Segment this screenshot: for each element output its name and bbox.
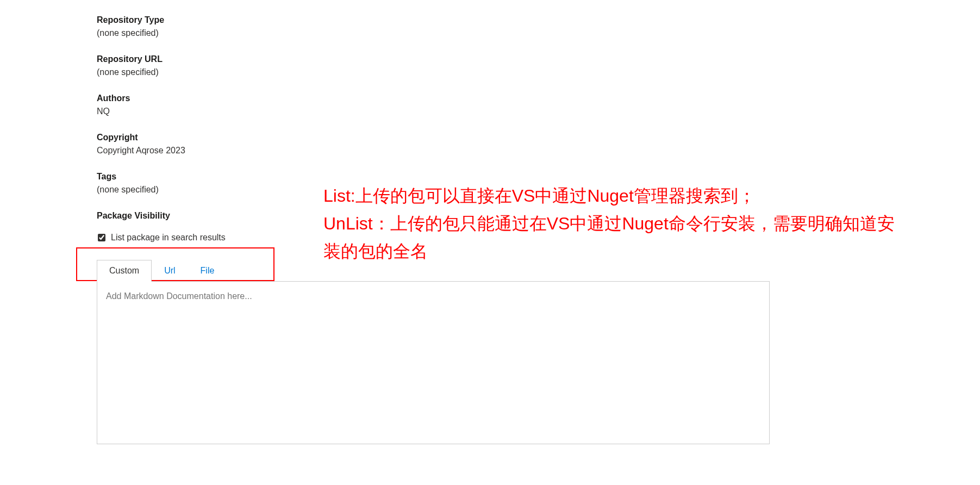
repository-url-label: Repository URL [97,54,980,64]
documentation-textarea[interactable] [97,281,770,444]
documentation-tabs: Custom Url File [97,260,980,282]
repository-type-value: (none specified) [97,28,980,38]
tab-custom[interactable]: Custom [97,260,152,282]
tags-value: (none specified) [97,185,980,195]
copyright-label: Copyright [97,133,980,142]
authors-field: Authors NQ [97,94,980,116]
repository-type-field: Repository Type (none specified) [97,15,980,38]
tab-file[interactable]: File [188,260,227,282]
repository-url-value: (none specified) [97,67,980,77]
tab-url[interactable]: Url [152,260,188,282]
list-package-checkbox[interactable] [98,234,105,241]
tags-label: Tags [97,172,980,182]
repository-type-label: Repository Type [97,15,980,25]
list-package-checkbox-label: List package in search results [111,233,226,242]
authors-label: Authors [97,94,980,103]
tags-field: Tags (none specified) [97,172,980,195]
repository-url-field: Repository URL (none specified) [97,54,980,77]
authors-value: NQ [97,107,980,116]
package-visibility-label: Package Visibility [97,211,980,221]
list-package-checkbox-row[interactable]: List package in search results [97,228,980,248]
documentation-textarea-container [97,281,980,446]
copyright-value: Copyright Aqrose 2023 [97,146,980,156]
package-visibility-section: Package Visibility List package in searc… [97,211,980,248]
copyright-field: Copyright Copyright Aqrose 2023 [97,133,980,156]
